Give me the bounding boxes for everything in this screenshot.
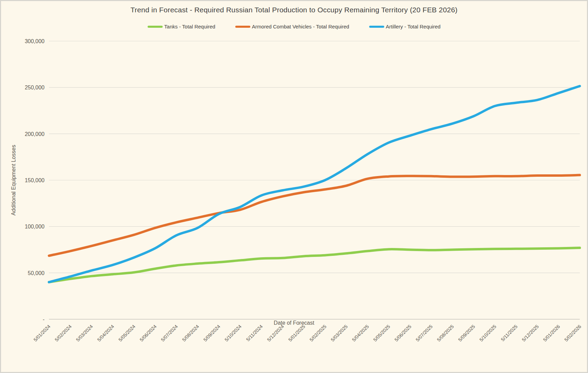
y-tick-label: 200,000: [25, 131, 45, 137]
x-tick-label: 5/04/2024: [96, 324, 115, 343]
x-tick-label: 5/05/2024: [117, 324, 137, 343]
x-tick-label: 5/07/2025: [415, 324, 434, 343]
x-tick-label: 5/09/2025: [457, 324, 476, 343]
x-tick-label: 5/01/2025: [287, 324, 306, 343]
y-tick-label: 300,000: [25, 38, 45, 44]
x-tick-label: 5/01/2024: [33, 324, 52, 343]
x-tick-label: 5/09/2024: [202, 324, 222, 343]
x-tick-label: 5/06/2025: [393, 324, 413, 343]
x-tick-label: 5/02/2024: [54, 324, 73, 343]
y-tick-label: 50,000: [28, 270, 45, 276]
series-line-armored: [49, 175, 580, 256]
x-tick-label: 5/08/2024: [181, 324, 200, 343]
x-tick-label: 5/07/2024: [160, 324, 179, 343]
chart-canvas: Trend in Forecast - Required Russian Tot…: [0, 0, 588, 373]
x-tick-label: 5/11/2024: [245, 324, 264, 343]
series-line-artillery: [49, 86, 580, 282]
x-tick-label: 5/12/2025: [521, 324, 540, 343]
x-tick-label: 5/08/2025: [436, 324, 455, 343]
x-tick-label: 5/01/2026: [542, 324, 561, 343]
x-tick-label: 5/10/2024: [224, 324, 243, 343]
plot-area: -50,000100,000150,000200,000250,000300,0…: [1, 1, 588, 373]
x-tick-label: 5/03/2024: [75, 324, 94, 343]
x-tick-label: 5/11/2025: [500, 324, 518, 343]
x-tick-label: 5/02/2025: [309, 324, 328, 343]
y-tick-label: 150,000: [25, 177, 45, 183]
x-tick-label: 5/10/2025: [478, 324, 498, 343]
x-tick-label: 5/06/2024: [139, 324, 158, 343]
y-tick-label: -: [43, 316, 45, 322]
y-tick-label: 100,000: [25, 224, 45, 229]
x-tick-label: 5/04/2025: [351, 324, 370, 343]
x-tick-label: 5/05/2025: [372, 324, 391, 343]
x-tick-label: 5/02/2026: [563, 324, 583, 343]
x-tick-label: 5/03/2025: [330, 324, 349, 343]
y-tick-label: 250,000: [25, 85, 45, 90]
series-line-tanks: [49, 248, 580, 282]
x-tick-label: 5/12/2024: [266, 324, 285, 343]
